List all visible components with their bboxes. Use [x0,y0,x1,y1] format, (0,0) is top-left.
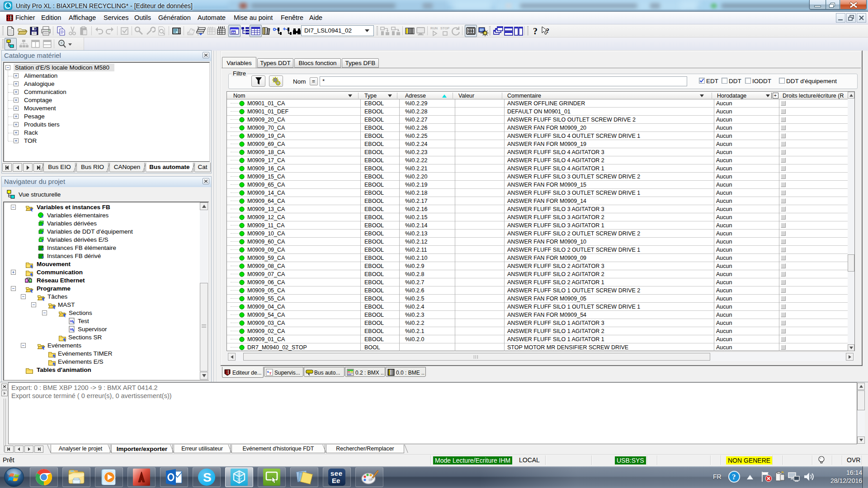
svg-text:?: ? [533,26,538,36]
svg-text:st: st [70,319,73,323]
svg-text:T: T [269,371,272,375]
svg-text:st: st [70,327,73,331]
svg-text:RUN: RUN [430,26,438,30]
svg-text:666: 666 [467,29,474,33]
svg-text:STOP: STOP [440,26,449,30]
svg-text:?: ? [732,473,736,481]
svg-text:?: ? [546,28,549,34]
